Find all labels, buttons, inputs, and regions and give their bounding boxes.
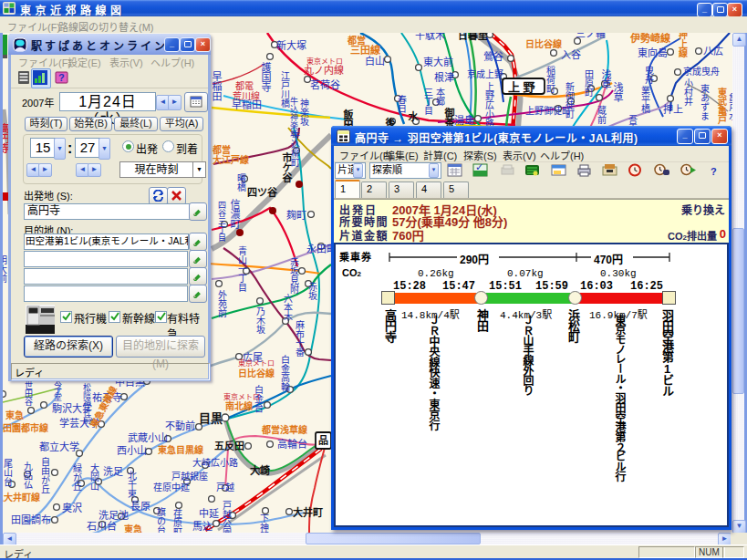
svg-text:尾山台: 尾山台	[3, 459, 13, 487]
svg-text:松陰神社前: 松陰神社前	[82, 382, 91, 425]
svg-text:四ツ谷: 四ツ谷	[247, 186, 278, 198]
svg-text:下神明: 下神明	[259, 513, 269, 533]
svg-text:京成上野: 京成上野	[467, 68, 503, 79]
svg-text:?: ?	[711, 166, 717, 177]
svg-text:曳舟: 曳舟	[644, 66, 654, 85]
svg-text:荏原中延: 荏原中延	[153, 482, 190, 493]
svg-text:白山: 白山	[365, 55, 385, 67]
svg-text:護国寺: 護国寺	[260, 61, 272, 92]
svg-text:✓: ✓	[475, 163, 483, 172]
svg-text:都電: 都電	[235, 81, 254, 91]
svg-text:都営浅草線: 都営浅草線	[261, 424, 307, 435]
svg-text:戸越: 戸越	[216, 482, 234, 493]
svg-text:上 野: 上 野	[508, 80, 535, 94]
svg-text:東武亀戸: 東武亀戸	[717, 87, 727, 125]
svg-text:江戸川橋: 江戸川橋	[280, 71, 290, 109]
svg-text:品: 品	[318, 435, 328, 446]
svg-text:東向島: 東向島	[638, 47, 668, 58]
svg-text:日暮里: 日暮里	[458, 33, 488, 41]
svg-text:浅草: 浅草	[600, 69, 612, 89]
svg-text:長原: 長原	[130, 501, 150, 512]
svg-text:早稲田: 早稲田	[211, 71, 223, 101]
svg-text:都立大学: 都立大学	[39, 441, 79, 452]
svg-text:新大塚: 新大塚	[276, 39, 306, 51]
svg-text:大崎: 大崎	[250, 464, 270, 476]
svg-text:八広: 八広	[703, 46, 723, 57]
svg-text:大井町: 大井町	[293, 506, 323, 518]
svg-text:千駄木: 千駄木	[415, 33, 445, 41]
svg-text:南北線: 南北線	[225, 400, 253, 411]
svg-text:曙橋: 曙橋	[236, 173, 246, 192]
svg-text:赤坂見附: 赤坂見附	[289, 257, 299, 295]
svg-text:東急大井町線: 東急大井町線	[3, 492, 40, 503]
svg-text:東急: 東急	[124, 524, 142, 533]
svg-text:洗足池: 洗足池	[99, 510, 129, 521]
svg-text:大岡山: 大岡山	[89, 462, 99, 491]
svg-text:荏原町: 荏原町	[172, 509, 182, 533]
svg-text:押上線: 押上線	[678, 33, 688, 58]
svg-text:日比谷線: 日比谷線	[525, 38, 562, 49]
svg-text:東京メトロ: 東京メトロ	[238, 358, 275, 368]
svg-text:麻布十番: 麻布十番	[295, 319, 305, 358]
svg-text:大江戸線: 大江戸線	[213, 154, 249, 165]
svg-text:戸越公園: 戸越公園	[222, 501, 232, 533]
svg-text:北千束: 北千束	[127, 471, 137, 499]
svg-text:三丁目: 三丁目	[423, 88, 433, 115]
svg-text:三田線: 三田線	[350, 44, 380, 56]
svg-text:緑が丘: 緑が丘	[72, 462, 82, 491]
svg-text:東急: 東急	[5, 410, 24, 420]
svg-text:田原町: 田原町	[584, 69, 594, 97]
svg-text:三ノ輪: 三ノ輪	[576, 33, 606, 39]
svg-text:六本木: 六本木	[283, 294, 293, 322]
svg-text:本郷: 本郷	[435, 87, 445, 107]
svg-text:丸ノ内線: 丸ノ内線	[304, 64, 344, 76]
svg-text:業平橋: 業平橋	[640, 85, 650, 114]
svg-text:?: ?	[58, 72, 65, 83]
svg-text:上野広小路: 上野広小路	[484, 82, 494, 129]
svg-text:九品仏: 九品仏	[23, 461, 33, 489]
svg-text:信濃町: 信濃町	[229, 199, 241, 229]
svg-text:稲荷町: 稲荷町	[545, 66, 555, 93]
svg-text:馬込: 馬込	[192, 521, 213, 532]
svg-text:西小山: 西小山	[117, 445, 147, 456]
svg-text:市ケ谷: 市ケ谷	[281, 151, 293, 183]
svg-text:春日: 春日	[397, 95, 407, 113]
svg-text:日比谷線: 日比谷線	[238, 368, 275, 379]
svg-text:高輪台: 高輪台	[277, 438, 307, 450]
svg-text:荒川線: 荒川線	[233, 90, 260, 101]
svg-text:四谷三丁目: 四谷三丁目	[217, 201, 226, 242]
svg-text:京成曳舟: 京成曳舟	[683, 66, 720, 77]
svg-text:中延: 中延	[199, 508, 219, 519]
svg-text:伊勢崎線: 伊勢崎線	[629, 33, 670, 44]
svg-text:奥沢: 奥沢	[62, 502, 82, 513]
svg-text:田園調布: 田園調布	[11, 513, 51, 525]
svg-text:新御徒町: 新御徒町	[565, 81, 575, 119]
svg-text:東大前: 東大前	[423, 56, 453, 67]
svg-text:外苑前: 外苑前	[217, 290, 227, 318]
svg-text:目黒: 目黒	[199, 411, 223, 425]
svg-text:入谷: 入谷	[561, 49, 581, 60]
svg-text:大崎広小路: 大崎広小路	[192, 457, 238, 468]
svg-text:東急目黒線: 東急目黒線	[158, 444, 203, 455]
svg-text:麹町: 麹町	[286, 209, 306, 221]
svg-text:神楽坂: 神楽坂	[299, 98, 309, 127]
svg-text:根津: 根津	[434, 71, 454, 83]
svg-text:湯島: 湯島	[454, 114, 474, 126]
svg-text:茗荷谷: 茗荷谷	[310, 79, 340, 90]
svg-text:水: 水	[407, 110, 419, 122]
svg-text:明大前: 明大前	[3, 255, 7, 284]
svg-text:不動前: 不動前	[165, 420, 195, 431]
svg-text:都営: 都営	[212, 144, 231, 155]
svg-text:石川台: 石川台	[87, 520, 117, 532]
svg-text:小村井: 小村井	[683, 78, 693, 107]
svg-text:青山一丁目: 青山一丁目	[237, 245, 247, 292]
svg-text:白金高輪: 白金高輪	[280, 354, 290, 392]
svg-text:鶯谷: 鶯谷	[483, 50, 503, 62]
svg-text:東あずま: 東あずま	[700, 83, 710, 120]
svg-text:蔵前: 蔵前	[597, 105, 607, 125]
svg-text:東京メトロ: 東京メトロ	[223, 392, 260, 401]
svg-text:赤坂: 赤坂	[307, 282, 317, 301]
svg-text:洗足: 洗足	[103, 466, 123, 477]
svg-text:押上: 押上	[663, 103, 683, 115]
svg-text:世田谷: 世田谷	[24, 380, 33, 407]
